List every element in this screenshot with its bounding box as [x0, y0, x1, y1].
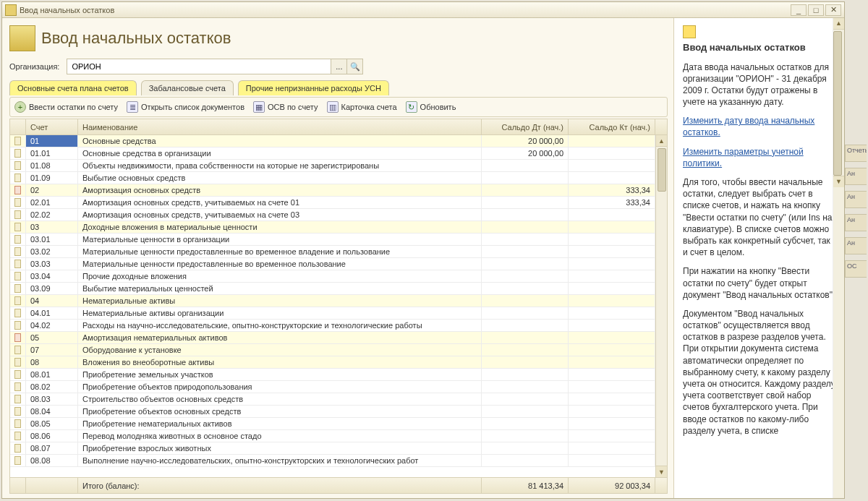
- table-row[interactable]: 02.02Амортизация основных средств, учиты…: [10, 209, 667, 221]
- row-name[interactable]: Нематериальные активы: [78, 295, 482, 307]
- minimize-button[interactable]: _: [791, 4, 807, 16]
- row-account[interactable]: 02.02: [26, 209, 78, 220]
- row-account[interactable]: 07: [26, 344, 78, 356]
- row-account[interactable]: 08.02: [26, 381, 78, 393]
- table-row[interactable]: 08Вложения во внеоборотные активы: [10, 356, 667, 369]
- row-name[interactable]: Объекты недвижимости, права собственност…: [78, 160, 482, 171]
- scroll-up-button[interactable]: ▲: [656, 135, 667, 147]
- grid-scrollbar[interactable]: ▲ ▼: [655, 135, 667, 477]
- row-account[interactable]: 08.05: [26, 418, 78, 429]
- row-name[interactable]: Амортизация основных средств, учитываемы…: [78, 197, 482, 208]
- table-row[interactable]: 08.01Приобретение земельных участков: [10, 369, 667, 381]
- row-name[interactable]: Доходные вложения в материальные ценност…: [78, 221, 482, 233]
- row-account[interactable]: 04.02: [26, 320, 78, 331]
- table-row[interactable]: 04.02Расходы на научно-исследовательские…: [10, 320, 667, 332]
- row-name[interactable]: Приобретение взрослых животных: [78, 442, 482, 454]
- table-row[interactable]: 03Доходные вложения в материальные ценно…: [10, 221, 667, 234]
- row-name[interactable]: Амортизация нематериальных активов: [78, 332, 482, 343]
- table-row[interactable]: 08.04Приобретение объектов основных сред…: [10, 406, 667, 418]
- row-name[interactable]: Приобретение объектов основных средств: [78, 406, 482, 417]
- row-name[interactable]: Перевод молодняка животных в основное ст…: [78, 430, 482, 442]
- table-row[interactable]: 03.02Материальные ценности предоставленн…: [10, 246, 667, 258]
- open-documents-button[interactable]: ≣ Открыть список документов: [127, 101, 244, 113]
- table-row[interactable]: 08.03Строительство объектов основных сре…: [10, 393, 667, 406]
- table-row[interactable]: 01.09Выбытие основных средств: [10, 172, 667, 184]
- table-row[interactable]: 08.06Перевод молодняка животных в основн…: [10, 430, 667, 442]
- enter-balances-button[interactable]: + Ввести остатки по счету: [14, 101, 118, 113]
- row-name[interactable]: Выбытие материальных ценностей: [78, 283, 482, 294]
- col-debit[interactable]: Сальдо Дт (нач.): [482, 119, 569, 134]
- row-account[interactable]: 08.08: [26, 455, 78, 466]
- col-icon[interactable]: [10, 119, 26, 134]
- row-account[interactable]: 03.03: [26, 258, 78, 270]
- row-name[interactable]: Амортизация основных средств, учитываемы…: [78, 209, 482, 220]
- row-account[interactable]: 01.01: [26, 147, 78, 159]
- gutter-item-6[interactable]: ОС: [845, 260, 867, 278]
- help-scroll-down[interactable]: ▼: [833, 176, 844, 187]
- table-row[interactable]: 03.01Материальные ценности в организации: [10, 234, 667, 246]
- gutter-item-5[interactable]: Ан: [845, 237, 867, 254]
- table-row[interactable]: 03.09Выбытие материальных ценностей: [10, 283, 667, 295]
- col-account[interactable]: Счет: [26, 119, 78, 134]
- help-scroll-up[interactable]: ▲: [833, 18, 844, 30]
- osv-button[interactable]: ▦ ОСВ по счету: [253, 101, 318, 113]
- row-account[interactable]: 01.09: [26, 172, 78, 184]
- table-row[interactable]: 04.01Нематериальные активы организации: [10, 307, 667, 320]
- maximize-button[interactable]: □: [808, 4, 824, 16]
- scroll-down-button[interactable]: ▼: [656, 466, 667, 477]
- table-row[interactable]: 08.02Приобретение объектов природопользо…: [10, 381, 667, 393]
- tab-main-accounts[interactable]: Основные счета плана счетов: [9, 80, 137, 95]
- row-account[interactable]: 08.01: [26, 369, 78, 380]
- table-row[interactable]: 01Основные средства20 000,00: [10, 135, 667, 147]
- row-name[interactable]: Выполнение научно-исследовательских, опы…: [78, 455, 482, 466]
- row-name[interactable]: Приобретение объектов природопользования: [78, 381, 482, 393]
- row-name[interactable]: Вложения во внеоборотные активы: [78, 356, 482, 368]
- row-account[interactable]: 08.07: [26, 442, 78, 454]
- tab-offbalance-accounts[interactable]: Забалансовые счета: [141, 80, 234, 95]
- table-row[interactable]: 05Амортизация нематериальных активов: [10, 332, 667, 344]
- help-scroll-thumb[interactable]: [833, 31, 842, 176]
- col-name[interactable]: Наименование: [78, 119, 482, 134]
- row-account[interactable]: 01.08: [26, 160, 78, 171]
- row-account[interactable]: 02.01: [26, 197, 78, 208]
- row-name[interactable]: Нематериальные активы организации: [78, 307, 482, 319]
- account-card-button[interactable]: ▥ Карточка счета: [327, 101, 397, 113]
- organization-input[interactable]: [67, 59, 331, 74]
- row-name[interactable]: Основные средства: [78, 135, 482, 147]
- row-account[interactable]: 08.03: [26, 393, 78, 405]
- row-name[interactable]: Амортизация основных средств: [78, 184, 482, 196]
- table-row[interactable]: 01.08Объекты недвижимости, права собстве…: [10, 160, 667, 172]
- tab-other-usn[interactable]: Прочие непризнанные расходы УСН: [238, 80, 389, 95]
- row-account[interactable]: 04.01: [26, 307, 78, 319]
- gutter-item-4[interactable]: Ан: [845, 214, 867, 231]
- table-row[interactable]: 08.05Приобретение нематериальных активов: [10, 418, 667, 430]
- row-name[interactable]: Материальные ценности предоставленные во…: [78, 258, 482, 270]
- row-name[interactable]: Расходы на научно-исследовательские, опы…: [78, 320, 482, 331]
- row-name[interactable]: Приобретение земельных участков: [78, 369, 482, 380]
- table-row[interactable]: 08.08Выполнение научно-исследовательских…: [10, 455, 667, 467]
- row-account[interactable]: 03.04: [26, 270, 78, 282]
- table-row[interactable]: 07Оборудование к установке: [10, 344, 667, 356]
- row-name[interactable]: Материальные ценности предоставленные во…: [78, 246, 482, 257]
- gutter-item-3[interactable]: Ан: [845, 191, 867, 208]
- row-account[interactable]: 08: [26, 356, 78, 368]
- row-account[interactable]: 01: [26, 135, 78, 147]
- row-account[interactable]: 02: [26, 184, 78, 196]
- help-scrollbar[interactable]: ▲ ▼: [833, 18, 844, 498]
- link-change-policy[interactable]: Изменить параметры учетной политики.: [683, 146, 837, 169]
- row-name[interactable]: Оборудование к установке: [78, 344, 482, 356]
- table-row[interactable]: 01.01Основные средства в организации20 0…: [10, 147, 667, 160]
- row-account[interactable]: 03: [26, 221, 78, 233]
- scroll-thumb[interactable]: [658, 148, 666, 192]
- row-name[interactable]: Основные средства в организации: [78, 147, 482, 159]
- link-change-date[interactable]: Изменить дату ввода начальных остатков.: [683, 115, 837, 138]
- table-row[interactable]: 03.04Прочие доходные вложения: [10, 270, 667, 283]
- organization-search-button[interactable]: 🔍: [346, 59, 362, 74]
- table-row[interactable]: 03.03Материальные ценности предоставленн…: [10, 258, 667, 270]
- gutter-reports[interactable]: Отчеты: [845, 145, 867, 162]
- row-account[interactable]: 03.02: [26, 246, 78, 257]
- row-account[interactable]: 08.04: [26, 406, 78, 417]
- table-row[interactable]: 04Нематериальные активы: [10, 295, 667, 307]
- row-account[interactable]: 05: [26, 332, 78, 343]
- organization-select-button[interactable]: ...: [331, 59, 346, 74]
